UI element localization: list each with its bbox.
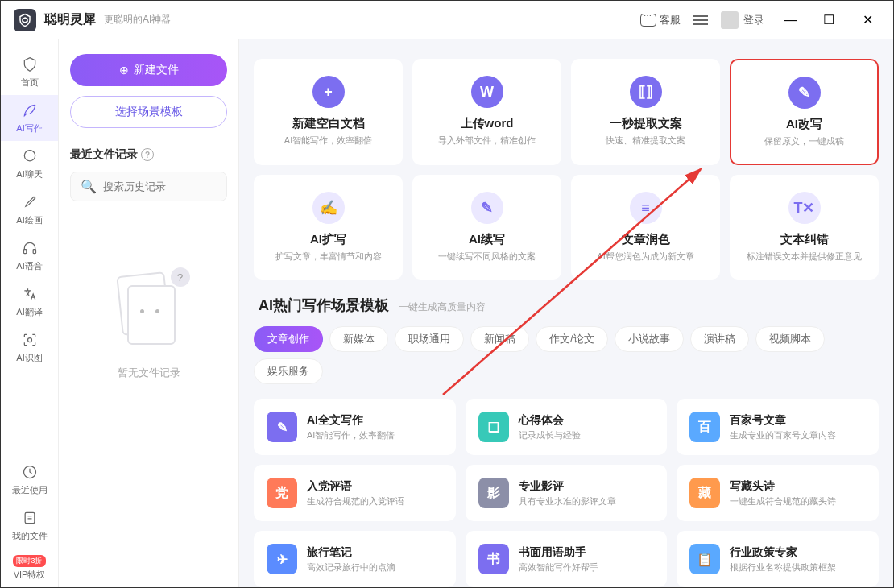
template-icon: ✎ (267, 412, 297, 442)
template-icon: 影 (478, 478, 509, 508)
card-desc: AI智能写作，效率翻倍 (263, 135, 394, 147)
nav-my-files[interactable]: 我的文件 (1, 503, 58, 549)
tab-item[interactable]: 新媒体 (329, 326, 388, 352)
nav-vip[interactable]: 限时3折 VIP特权 (1, 549, 58, 587)
card-icon: ✍ (312, 192, 345, 224)
template-desc: AI智能写作，效率翻倍 (307, 429, 395, 441)
tab-item[interactable]: 职场通用 (395, 326, 464, 352)
action-card[interactable]: + 新建空白文档 AI智能写作，效率翻倍 (254, 59, 403, 165)
home-icon (21, 56, 39, 73)
card-title: 上传word (421, 116, 553, 131)
action-card[interactable]: ≡ 文章润色 AI帮您润色为成为新文章 (571, 175, 720, 280)
template-title: 旅行笔记 (307, 545, 395, 560)
empty-state: ? 暂无文件记录 (70, 274, 227, 380)
recent-files-header: 最近文件记录 ? (70, 147, 227, 162)
chat-icon (640, 14, 656, 27)
translate-icon (21, 285, 39, 303)
template-card[interactable]: ✎ AI全文写作 AI智能写作，效率翻倍 (254, 399, 456, 455)
template-card[interactable]: 📋 行业政策专家 根据行业名称提供政策框架 (677, 531, 879, 587)
tab-item[interactable]: 作文/论文 (536, 326, 608, 352)
template-desc: 根据行业名称提供政策框架 (730, 561, 836, 574)
card-icon: W (471, 76, 503, 108)
card-desc: 扩写文章，丰富情节和内容 (263, 251, 394, 263)
template-card[interactable]: ✈ 旅行笔记 高效记录旅行中的点滴 (254, 531, 456, 587)
template-tabs: 文章创作新媒体职场通用新闻稿作文/论文小说故事演讲稿视频脚本娱乐服务 (254, 326, 879, 384)
new-file-button[interactable]: ⊕ 新建文件 (70, 54, 227, 86)
nav-ai-writing[interactable]: AI写作 (1, 95, 58, 141)
template-card[interactable]: 藏 写藏头诗 一键生成符合规范的藏头诗 (677, 465, 879, 521)
action-card[interactable]: ✎ AI改写 保留原义，一键成稿 (730, 59, 879, 165)
recent-title: 最近文件记录 (70, 147, 138, 162)
template-desc: 具有专业水准的影评文章 (519, 495, 616, 507)
promo-badge: 限时3折 (13, 555, 45, 567)
menu-icon[interactable] (693, 15, 708, 25)
kefu-button[interactable]: 客服 (640, 13, 681, 27)
avatar-icon (721, 11, 739, 29)
template-card[interactable]: 党 入党评语 生成符合规范的入党评语 (254, 465, 456, 521)
left-nav: 首页 AI写作 AI聊天 AI绘画 AI语音 AI翻译 AI识图 最 (1, 39, 59, 587)
empty-text: 暂无文件记录 (70, 366, 227, 380)
tab-item[interactable]: 视频脚本 (755, 326, 825, 352)
search-input[interactable] (103, 180, 238, 193)
section-title: AI热门写作场景模板 (259, 296, 389, 315)
nav-ai-image[interactable]: AI识图 (1, 325, 58, 371)
template-icon: 党 (267, 478, 297, 508)
card-icon: ✎ (788, 77, 821, 109)
nav-label: 首页 (21, 77, 39, 89)
brush-icon (21, 193, 39, 211)
close-button[interactable]: ✕ (855, 7, 880, 33)
tab-item[interactable]: 新闻稿 (470, 326, 529, 352)
app-tagline: 更聪明的AI神器 (104, 13, 171, 27)
template-icon: ❏ (478, 412, 509, 442)
template-card[interactable]: ❏ 心得体会 记录成长与经验 (466, 399, 668, 455)
tab-item[interactable]: 小说故事 (615, 326, 684, 352)
svg-point-3 (27, 338, 31, 342)
card-desc: 导入外部文件，精准创作 (421, 135, 553, 147)
search-icon: 🔍 (81, 179, 97, 194)
template-card[interactable]: 影 专业影评 具有专业水准的影评文章 (466, 465, 668, 521)
template-title: AI全文写作 (307, 413, 395, 428)
card-title: AI扩写 (263, 232, 394, 247)
action-card[interactable]: T✕ 文本纠错 标注错误文本并提供修正意见 (730, 175, 879, 280)
nav-label: AI聊天 (16, 168, 42, 180)
nav-recent[interactable]: 最近使用 (1, 457, 58, 503)
login-button[interactable]: 登录 (721, 11, 764, 29)
nav-label: AI绘画 (16, 214, 42, 226)
template-icon: 百 (689, 412, 720, 442)
scan-icon (21, 331, 39, 349)
nav-ai-paint[interactable]: AI绘画 (1, 187, 58, 233)
nav-ai-chat[interactable]: AI聊天 (1, 141, 58, 187)
card-desc: 快速、精准提取文案 (580, 135, 711, 147)
template-card[interactable]: 书 书面用语助手 高效智能写作好帮手 (466, 531, 668, 587)
action-card[interactable]: W 上传word 导入外部文件，精准创作 (412, 59, 561, 165)
action-card[interactable]: ⟦⟧ 一秒提取文案 快速、精准提取文案 (571, 59, 720, 165)
clock-icon (21, 463, 39, 481)
nav-ai-voice[interactable]: AI语音 (1, 233, 58, 279)
tab-item[interactable]: 演讲稿 (690, 326, 749, 352)
minimize-button[interactable]: — (777, 7, 803, 33)
choose-template-button[interactable]: 选择场景模板 (70, 96, 227, 128)
empty-illustration-icon: ? (113, 274, 185, 354)
template-title: 入党评语 (307, 479, 404, 494)
tab-item[interactable]: 文章创作 (254, 326, 323, 352)
maximize-button[interactable]: ☐ (816, 7, 842, 33)
action-card[interactable]: ✍ AI扩写 扩写文章，丰富情节和内容 (254, 175, 403, 280)
svg-rect-1 (23, 250, 26, 254)
template-title: 书面用语助手 (519, 545, 598, 560)
search-box[interactable]: 🔍 (70, 172, 227, 201)
card-icon: ⟦⟧ (630, 76, 662, 108)
card-title: 文本纠错 (739, 232, 870, 247)
template-icon: ✈ (267, 544, 297, 574)
template-title: 行业政策专家 (730, 545, 836, 560)
login-label: 登录 (743, 13, 764, 27)
nav-ai-translate[interactable]: AI翻译 (1, 279, 58, 325)
template-desc: 生成专业的百家号文章内容 (730, 429, 836, 441)
action-card[interactable]: ✎ AI续写 一键续写不同风格的文案 (412, 175, 561, 280)
template-card[interactable]: 百 百家号文章 生成专业的百家号文章内容 (677, 399, 879, 455)
nav-home[interactable]: 首页 (1, 49, 58, 95)
template-title: 写藏头诗 (730, 479, 836, 494)
tab-item[interactable]: 娱乐服务 (254, 358, 323, 384)
kefu-label: 客服 (660, 13, 681, 27)
template-title: 百家号文章 (730, 413, 836, 428)
help-icon[interactable]: ? (141, 148, 154, 161)
